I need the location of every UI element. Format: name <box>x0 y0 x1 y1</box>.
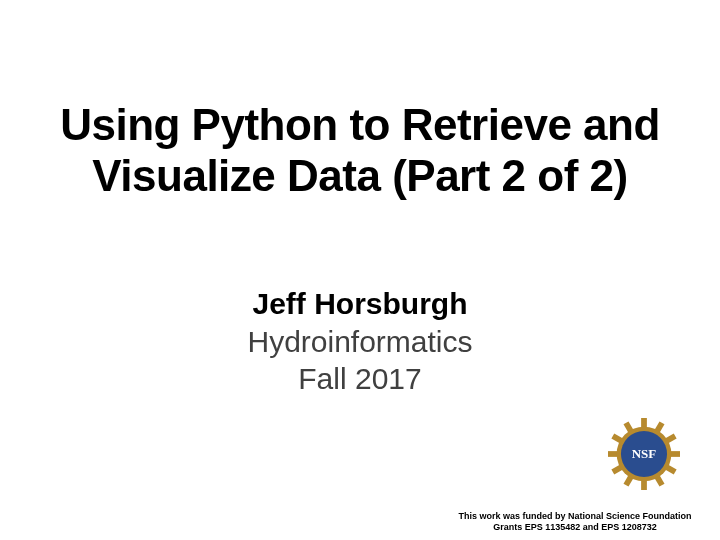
svg-rect-3 <box>670 451 680 457</box>
svg-rect-6 <box>641 480 647 490</box>
svg-text:NSF: NSF <box>632 446 657 461</box>
term: Fall 2017 <box>0 360 720 398</box>
slide-title: Using Python to Retrieve and Visualize D… <box>0 100 720 201</box>
subtitle-block: Jeff Horsburgh Hydroinformatics Fall 201… <box>0 285 720 398</box>
course-name: Hydroinformatics <box>0 323 720 361</box>
svg-rect-9 <box>608 451 618 457</box>
funding-note: This work was funded by National Science… <box>450 511 700 532</box>
svg-rect-0 <box>641 418 647 428</box>
title-slide: Using Python to Retrieve and Visualize D… <box>0 0 720 540</box>
nsf-logo-icon: NSF <box>608 418 680 490</box>
author-name: Jeff Horsburgh <box>0 285 720 323</box>
